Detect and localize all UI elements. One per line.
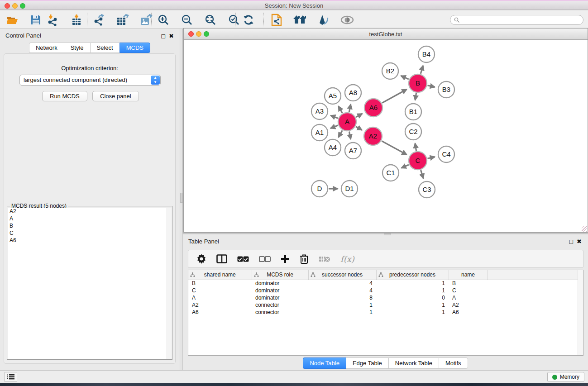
unselect-all-columns-icon[interactable] — [259, 252, 271, 266]
graph-edge-B-B3[interactable] — [427, 86, 435, 87]
graph-node-C4[interactable]: C4 — [438, 146, 454, 162]
graph-node-D1[interactable]: D1 — [341, 181, 358, 197]
table-cell[interactable]: A — [449, 294, 488, 301]
memory-button[interactable]: Memory — [547, 372, 584, 382]
node-table[interactable]: shared nameMCDS rolesuccessor nodesprede… — [188, 270, 583, 356]
graph-edge-B-B2[interactable] — [401, 76, 409, 80]
control-tab-mcds[interactable]: MCDS — [120, 43, 150, 53]
mcds-result-item[interactable]: A6 — [8, 237, 167, 244]
mcds-result-item[interactable]: A — [8, 215, 167, 222]
graph-edge-A2-C[interactable] — [382, 141, 406, 155]
table-cell[interactable]: 4 — [308, 280, 376, 287]
mcds-result-list[interactable]: A2ABCA6 — [8, 208, 167, 359]
control-tab-style[interactable]: Style — [64, 43, 90, 53]
graph-node-C[interactable]: C — [409, 152, 427, 170]
float-panel-icon[interactable]: ◻ — [161, 33, 166, 39]
column-selector-icon[interactable] — [216, 252, 227, 266]
table-cell[interactable]: A2 — [188, 301, 252, 309]
table-cell[interactable]: dominator — [252, 287, 308, 294]
graph-node-C3[interactable]: C3 — [419, 181, 435, 198]
graph-node-A7[interactable]: A7 — [345, 143, 361, 159]
table-cell[interactable]: C — [188, 287, 252, 294]
table-tab-node-table[interactable]: Node Table — [303, 357, 346, 369]
table-cell[interactable]: B — [449, 280, 488, 287]
graph-node-A8[interactable]: A8 — [345, 85, 361, 101]
graph-node-C1[interactable]: C1 — [382, 165, 399, 181]
table-cell[interactable]: connector — [252, 301, 308, 309]
graph-node-A1[interactable]: A1 — [311, 124, 328, 141]
table-cell[interactable]: 4 — [308, 287, 376, 294]
table-row[interactable]: Bdominator41B — [188, 280, 583, 287]
graph-node-B4[interactable]: B4 — [418, 46, 435, 62]
control-tab-network[interactable]: Network — [29, 43, 64, 53]
float-table-panel-icon[interactable]: ◻ — [569, 238, 574, 245]
column-header-shared-name[interactable]: shared name — [188, 270, 252, 280]
add-column-icon[interactable] — [281, 252, 290, 266]
table-cell[interactable]: 8 — [308, 294, 376, 301]
zoom-selected-icon[interactable] — [226, 12, 242, 28]
table-cell[interactable]: A — [188, 294, 252, 301]
table-settings-icon[interactable] — [196, 252, 206, 266]
close-panel-button[interactable]: Close panel — [92, 91, 139, 101]
table-cell[interactable]: 1 — [376, 309, 449, 316]
network-graph[interactable]: B4B2BB3A8A5A6A3B1AA1C2A2A4A7C4CC1C3DD1 — [184, 40, 588, 232]
column-header-name[interactable]: name — [449, 270, 488, 280]
table-cell[interactable]: 1 — [376, 280, 449, 287]
graph-edge-B-B1[interactable] — [415, 93, 416, 100]
table-cell[interactable]: A2 — [449, 301, 488, 309]
table-row[interactable]: A2connector11A2 — [188, 301, 583, 309]
vertical-split-divider[interactable] — [180, 29, 183, 370]
table-cell[interactable]: 1 — [308, 309, 376, 316]
graph-node-A2[interactable]: A2 — [364, 127, 382, 145]
search-input[interactable] — [460, 16, 583, 24]
table-cell[interactable]: 1 — [376, 301, 449, 309]
graph-edge-A-A3[interactable] — [330, 115, 338, 118]
table-row[interactable]: Adominator80A — [188, 294, 583, 301]
table-cell[interactable]: C — [449, 287, 488, 294]
graph-edge-A-A4[interactable] — [339, 130, 343, 137]
close-table-panel-icon[interactable]: ✖ — [577, 238, 582, 245]
table-cell[interactable]: A6 — [449, 309, 488, 316]
export-table-icon[interactable] — [115, 12, 130, 28]
table-cell[interactable]: connector — [252, 309, 308, 316]
new-network-from-selection-icon[interactable] — [269, 12, 284, 28]
show-hide-eye-icon[interactable] — [339, 12, 355, 28]
column-header-MCDS-role[interactable]: MCDS role — [252, 270, 308, 280]
import-network-icon[interactable] — [45, 12, 61, 28]
mcds-result-scrollbar[interactable] — [167, 208, 172, 359]
graph-edge-A-A1[interactable] — [330, 125, 338, 128]
graph-node-B3[interactable]: B3 — [438, 81, 454, 98]
table-cell[interactable]: 1 — [308, 301, 376, 309]
graph-node-A3[interactable]: A3 — [311, 103, 328, 119]
open-session-icon[interactable] — [5, 12, 20, 28]
delete-column-icon[interactable] — [300, 252, 309, 266]
graph-node-A5[interactable]: A5 — [325, 88, 341, 104]
zoom-in-icon[interactable] — [156, 12, 171, 28]
table-tab-motifs[interactable]: Motifs — [439, 357, 468, 369]
table-cell[interactable]: 0 — [376, 294, 449, 301]
refresh-icon[interactable] — [241, 12, 256, 28]
graph-edge-B-B4[interactable] — [421, 66, 423, 74]
close-panel-icon[interactable]: ✖ — [169, 33, 174, 39]
graph-edge-C-C1[interactable] — [402, 165, 409, 168]
first-neighbors-icon[interactable] — [292, 12, 308, 28]
graph-edge-C-C2[interactable] — [415, 143, 416, 151]
criterion-dropdown[interactable]: largest connected component (directed) ▲… — [19, 75, 161, 86]
import-table-icon[interactable] — [69, 12, 84, 28]
table-row[interactable]: Cdominator41C — [188, 287, 583, 294]
network-window-titlebar[interactable]: testGlobe.txt — [184, 29, 588, 40]
table-tab-network-table[interactable]: Network Table — [388, 357, 439, 369]
control-tab-select[interactable]: Select — [90, 43, 120, 53]
style-painter-icon[interactable] — [316, 12, 331, 28]
column-header-successor-nodes[interactable]: successor nodes — [308, 270, 376, 280]
zoom-fit-icon[interactable] — [203, 12, 218, 28]
window-resize-grip[interactable] — [582, 226, 587, 232]
divider-handle[interactable] — [180, 193, 183, 203]
mcds-result-item[interactable]: B — [8, 222, 167, 229]
graph-node-B1[interactable]: B1 — [405, 104, 421, 120]
graph-edge-A-A6[interactable] — [356, 114, 362, 117]
graph-edge-A-A8[interactable] — [349, 104, 350, 112]
graph-edge-C-C4[interactable] — [427, 157, 435, 159]
task-history-button[interactable] — [5, 372, 17, 382]
table-cell[interactable]: 1 — [376, 287, 449, 294]
